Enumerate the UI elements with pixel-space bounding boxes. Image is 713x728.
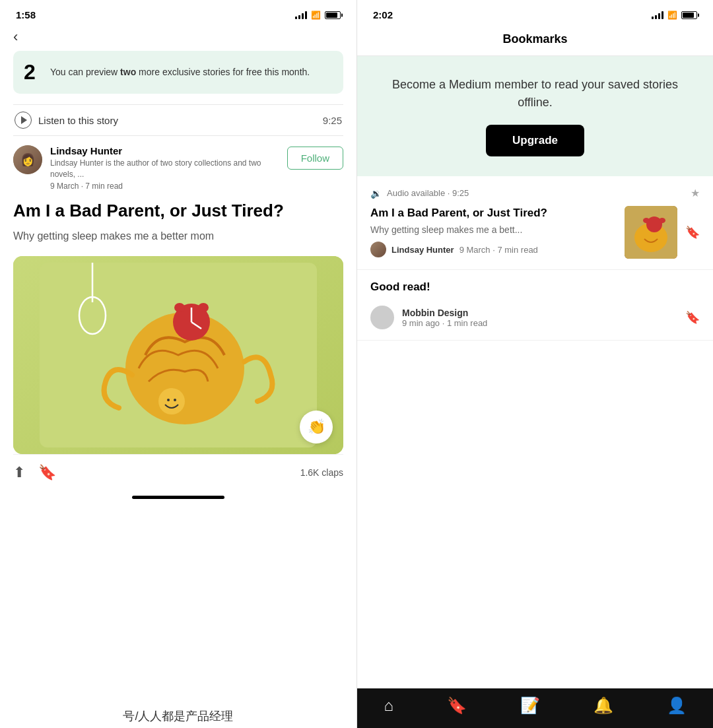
time-left: 1:58: [16, 9, 36, 20]
bookmark-author-meta: 9 March · 7 min read: [459, 245, 538, 255]
bookmark-author-avatar: [370, 242, 386, 257]
svg-point-7: [174, 303, 185, 312]
signal-bar-r1: [652, 17, 654, 19]
star-icon[interactable]: ★: [691, 187, 700, 199]
time-right: 2:02: [373, 9, 393, 20]
bottom-nav: ⌂ 🔖 📝 🔔 👤: [357, 688, 713, 728]
svg-point-15: [643, 218, 650, 223]
bookmark-author-row: Lindsay Hunter 9 March · 7 min read: [370, 242, 617, 257]
watermark: 号/人人都是产品经理: [0, 704, 356, 728]
section-label: Good read!: [357, 270, 713, 299]
wifi-icon-left: 📶: [311, 11, 321, 20]
nav-bookmark-icon[interactable]: 🔖: [447, 696, 467, 715]
author-avatar-img: 👩: [13, 145, 42, 174]
signal-bars-right: [652, 11, 663, 19]
listen-bar[interactable]: Listen to this story 9:25: [13, 104, 343, 136]
signal-bar-r3: [658, 13, 660, 19]
nav-profile-icon[interactable]: 👤: [667, 696, 687, 715]
battery-fill-right: [683, 13, 694, 18]
status-icons-left: 📶: [295, 11, 341, 20]
plain-list-item: Mobbin Design 9 min ago · 1 min read 🔖: [357, 299, 713, 341]
svg-point-16: [659, 218, 665, 223]
phone-left: 1:58 📶 ‹ 2 You can preview two more excl…: [0, 0, 356, 728]
article-illustration: [40, 263, 317, 447]
article-actions: ⬆ 🔖 1.6K claps: [13, 454, 343, 490]
article-subtitle: Why getting sleep makes me a better mom: [13, 228, 343, 244]
listen-duration: 9:25: [323, 115, 342, 126]
bookmark-meta-text: Audio available · 9:25: [387, 188, 469, 198]
upgrade-text: Become a Medium member to read your save…: [384, 76, 687, 112]
nav-compose-icon[interactable]: 📝: [520, 696, 540, 715]
author-bio: Lindsay Hunter is the author of two stor…: [50, 158, 287, 180]
preview-banner: 2 You can preview two more exclusive sto…: [13, 51, 343, 94]
wifi-icon-right: 📶: [667, 11, 677, 20]
bookmark-excerpt: Why getting sleep makes me a bett...: [370, 224, 617, 235]
article-image: 👏: [13, 256, 343, 454]
play-button[interactable]: [15, 112, 32, 129]
preview-number: 2: [24, 60, 40, 84]
plain-avatar: [370, 306, 394, 329]
author-avatar: 👩: [13, 145, 42, 174]
signal-bar-2: [298, 15, 300, 19]
listen-left: Listen to this story: [15, 112, 118, 129]
status-bar-left: 1:58 📶: [0, 0, 356, 26]
bookmark-article-title: Am I a Bad Parent, or Just Tired?: [370, 206, 617, 220]
svg-point-11: [174, 399, 176, 401]
share-icon[interactable]: ⬆: [13, 464, 25, 481]
author-row: 👩 Lindsay Hunter Lindsay Hunter is the a…: [13, 145, 343, 191]
clap-count: 1.6K claps: [300, 467, 343, 478]
signal-bar-r4: [662, 11, 663, 19]
upgrade-button[interactable]: Upgrade: [486, 125, 584, 156]
plain-bookmark-icon[interactable]: 🔖: [685, 310, 700, 325]
signal-bars-left: [295, 11, 307, 19]
plain-author-name: Mobbin Design: [402, 308, 677, 318]
battery-fill-left: [326, 13, 337, 18]
article-image-inner: 👏: [13, 256, 343, 454]
home-indicator-left: [132, 496, 224, 499]
svg-point-8: [198, 303, 209, 312]
signal-bar-1: [295, 17, 297, 19]
preview-text: You can preview two more exclusive stori…: [50, 66, 310, 79]
right-header: Bookmarks: [357, 26, 713, 56]
svg-point-10: [167, 399, 170, 401]
back-button[interactable]: ‹: [0, 26, 356, 51]
nav-notification-icon[interactable]: 🔔: [594, 696, 613, 715]
bookmark-item: 🔉 Audio available · 9:25 ★ Am I a Bad Pa…: [357, 176, 713, 270]
nav-home-icon[interactable]: ⌂: [384, 696, 393, 715]
author-details: Lindsay Hunter Lindsay Hunter is the aut…: [50, 145, 287, 191]
status-icons-right: 📶: [652, 11, 697, 20]
battery-icon-right: [681, 11, 697, 19]
author-meta: 9 March · 7 min read: [50, 182, 287, 191]
battery-icon-left: [325, 11, 341, 19]
bookmark-author-name: Lindsay Hunter: [391, 245, 454, 255]
author-info: 👩 Lindsay Hunter Lindsay Hunter is the a…: [13, 145, 287, 191]
signal-bar-4: [305, 11, 307, 19]
bookmarks-title: Bookmarks: [502, 32, 567, 46]
signal-bar-r2: [655, 15, 657, 19]
listen-label: Listen to this story: [38, 115, 118, 126]
article-title: Am I a Bad Parent, or Just Tired?: [13, 200, 343, 222]
bookmark-text-area: Am I a Bad Parent, or Just Tired? Why ge…: [370, 206, 617, 257]
clap-button[interactable]: 👏: [300, 411, 333, 444]
follow-button[interactable]: Follow: [287, 147, 343, 170]
play-icon: [21, 116, 27, 124]
audio-icon: 🔉: [370, 188, 382, 199]
bookmark-meta: 🔉 Audio available · 9:25 ★: [370, 187, 700, 199]
bookmark-content: Am I a Bad Parent, or Just Tired? Why ge…: [370, 206, 700, 259]
upgrade-banner: Become a Medium member to read your save…: [357, 56, 713, 176]
bookmark-thumb-illustration: [625, 206, 677, 259]
plain-info: Mobbin Design 9 min ago · 1 min read: [402, 308, 677, 328]
bookmark-icon-left[interactable]: 🔖: [38, 464, 56, 481]
phone-right: 2:02 📶 Bookmarks Become a Medium member …: [356, 0, 713, 728]
bookmark-save-icon[interactable]: 🔖: [685, 225, 700, 240]
svg-point-9: [158, 388, 185, 414]
author-name: Lindsay Hunter: [50, 145, 287, 156]
plain-meta: 9 min ago · 1 min read: [402, 318, 677, 328]
status-bar-right: 2:02 📶: [357, 0, 713, 26]
bookmark-thumbnail: [625, 206, 677, 259]
signal-bar-3: [302, 13, 304, 19]
action-left: ⬆ 🔖: [13, 464, 56, 481]
